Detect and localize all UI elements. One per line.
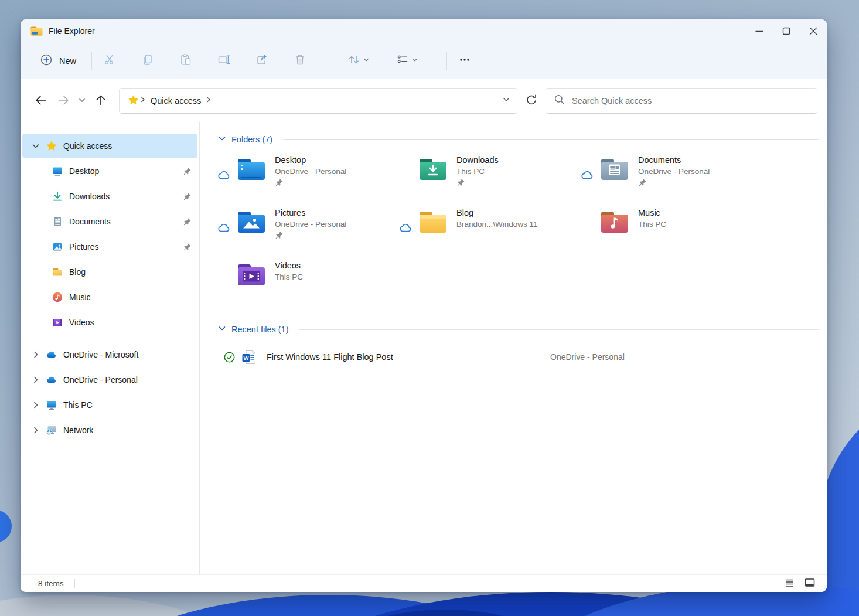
paste-button[interactable]: [174, 50, 197, 72]
refresh-button[interactable]: [520, 90, 543, 111]
breadcrumb-quick-access[interactable]: Quick access: [151, 96, 201, 105]
recent-file-location: OneDrive - Personal: [550, 352, 625, 362]
collapse-chevron-icon[interactable]: [217, 134, 227, 145]
onedrive-icon: [46, 349, 57, 360]
tile-text: BlogBrandon...\Windows 11: [456, 207, 538, 249]
sidebar-item-music[interactable]: Music: [22, 285, 197, 309]
address-bar[interactable]: Quick access: [119, 88, 517, 114]
chevron-right-icon[interactable]: [29, 375, 42, 384]
search-box[interactable]: [546, 88, 817, 114]
sidebar-item-quick-access[interactable]: Quick access: [22, 134, 197, 158]
large-icons-view-button[interactable]: [802, 577, 817, 591]
sidebar-item-onedrive-microsoft[interactable]: OneDrive - Microsoft: [22, 342, 197, 367]
sidebar-item-label: Network: [63, 426, 197, 435]
view-button[interactable]: [390, 50, 424, 72]
chevron-right-icon[interactable]: [29, 400, 42, 410]
main-area: Quick accessDesktopDownloadsDocumentsPic…: [21, 122, 827, 574]
sidebar-item-downloads[interactable]: Downloads: [22, 184, 197, 209]
music-icon: [52, 291, 63, 303]
items-count: 8 items: [38, 579, 64, 588]
back-button[interactable]: [30, 90, 52, 111]
chevron-right-icon[interactable]: [29, 426, 42, 435]
sidebar-item-label: Videos: [69, 318, 197, 327]
details-view-icon: [785, 577, 795, 590]
refresh-icon: [524, 93, 538, 109]
folder-name: Music: [638, 208, 666, 217]
folder-name: Videos: [275, 261, 303, 270]
sidebar-item-label: Music: [69, 292, 197, 302]
folder-documents-icon: [599, 156, 630, 182]
search-input[interactable]: [572, 96, 810, 105]
copy-button[interactable]: [136, 50, 159, 72]
collapse-chevron-icon[interactable]: [217, 324, 227, 335]
downloads-icon: [52, 190, 63, 202]
recent-file-name: First Windows 11 Flight Blog Post: [267, 352, 550, 362]
folder-tile-desktop[interactable]: DesktopOneDrive - Personal: [217, 154, 399, 196]
sidebar-item-network[interactable]: Network: [22, 418, 197, 443]
sidebar-item-label: Pictures: [69, 242, 183, 251]
window-title: File Explorer: [49, 26, 95, 36]
forward-button[interactable]: [52, 90, 74, 111]
sidebar-item-this-pc[interactable]: This PC: [22, 393, 197, 417]
tile-text: VideosThis PC: [275, 260, 303, 302]
folder-tile-music[interactable]: MusicThis PC: [581, 207, 762, 249]
details-view-button[interactable]: [782, 577, 797, 591]
see-more-button[interactable]: [453, 50, 476, 72]
sidebar-item-label: Desktop: [69, 166, 183, 176]
recent-file-row[interactable]: WFirst Windows 11 Flight Blog PostOneDri…: [217, 344, 821, 370]
rename-button[interactable]: [212, 50, 236, 72]
sort-button[interactable]: [341, 50, 375, 72]
folder-location: This PC: [638, 220, 666, 229]
new-button[interactable]: New: [32, 49, 83, 73]
folder-music-icon: [599, 209, 630, 235]
folder-downloads-icon: [418, 156, 448, 182]
folder-location: OneDrive - Personal: [275, 167, 346, 176]
search-icon: [553, 93, 566, 108]
cloud-slot-empty: [399, 154, 418, 196]
sidebar-item-blog[interactable]: Blog: [22, 260, 197, 284]
breadcrumb-chevron-icon[interactable]: [204, 96, 213, 106]
folders-section-title[interactable]: Folders (7): [231, 135, 272, 144]
plus-circle-icon: [39, 53, 53, 69]
folder-name: Downloads: [456, 155, 499, 165]
folder-location: This PC: [456, 167, 499, 176]
maximize-button[interactable]: [773, 19, 800, 43]
recent-files-section-title[interactable]: Recent files (1): [231, 325, 289, 334]
recent-locations-button[interactable]: [74, 90, 90, 111]
sidebar-item-pictures[interactable]: Pictures: [22, 234, 197, 259]
sidebar-item-label: This PC: [63, 400, 197, 410]
folder-name: Documents: [638, 155, 710, 165]
delete-button[interactable]: [288, 50, 312, 72]
folder-tile-blog[interactable]: BlogBrandon...\Windows 11: [399, 207, 581, 249]
chevron-down-icon[interactable]: [29, 141, 42, 151]
folder-tile-downloads[interactable]: DownloadsThis PC: [399, 154, 581, 196]
folder-tile-videos[interactable]: VideosThis PC: [217, 260, 399, 302]
share-button[interactable]: [250, 50, 274, 72]
sidebar-item-label: Downloads: [69, 192, 183, 201]
onedrive-sync-cloud-icon: [581, 154, 599, 196]
close-button[interactable]: [800, 19, 827, 43]
pin-icon: [183, 243, 192, 251]
sidebar-item-documents[interactable]: Documents: [22, 209, 197, 234]
recent-files-section-header: Recent files (1): [217, 323, 821, 336]
delete-icon: [293, 53, 307, 69]
chevron-down-icon: [411, 56, 418, 65]
chevron-down-icon: [363, 56, 370, 65]
chevron-right-icon[interactable]: [29, 350, 42, 359]
folder-tile-documents[interactable]: DocumentsOneDrive - Personal: [581, 154, 762, 196]
up-arrow-icon: [94, 93, 108, 109]
sidebar-item-desktop[interactable]: Desktop: [22, 159, 197, 183]
up-button[interactable]: [90, 90, 112, 111]
status-divider: [74, 579, 75, 588]
address-dropdown-icon[interactable]: [502, 95, 511, 107]
folder-icon: [52, 266, 63, 278]
sidebar-item-onedrive-personal[interactable]: OneDrive - Personal: [22, 367, 197, 392]
sidebar-item-label: OneDrive - Personal: [63, 375, 197, 384]
minimize-button[interactable]: [746, 19, 773, 43]
window-controls: [746, 19, 827, 43]
folder-tile-pictures[interactable]: PicturesOneDrive - Personal: [217, 207, 399, 249]
pin-icon: [275, 231, 346, 240]
sidebar-item-videos[interactable]: Videos: [22, 310, 197, 335]
navigation-bar: Quick access: [21, 79, 827, 122]
cut-button[interactable]: [98, 50, 121, 72]
